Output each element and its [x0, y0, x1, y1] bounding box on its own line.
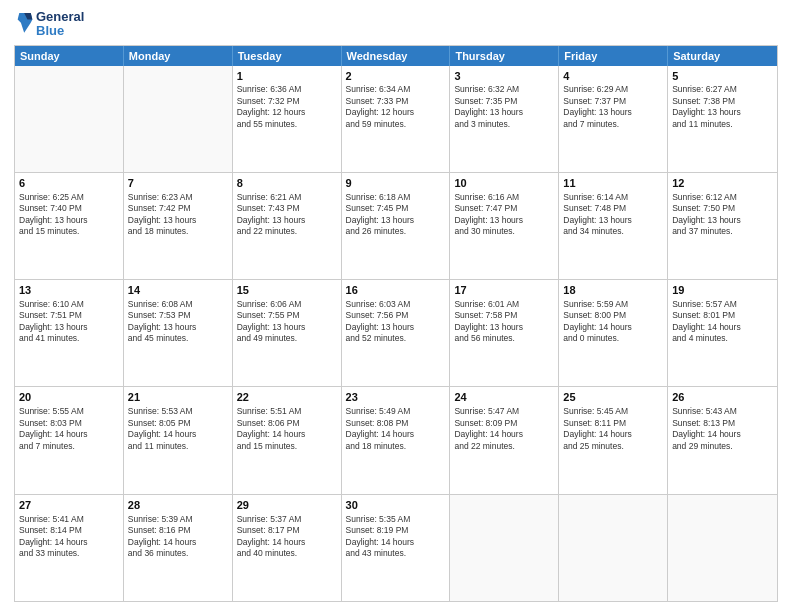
cell-line: and 7 minutes. [19, 441, 119, 452]
cell-line: Sunset: 8:06 PM [237, 418, 337, 429]
calendar-cell: 2Sunrise: 6:34 AMSunset: 7:33 PMDaylight… [342, 66, 451, 172]
calendar-cell: 25Sunrise: 5:45 AMSunset: 8:11 PMDayligh… [559, 387, 668, 493]
cell-line: Daylight: 13 hours [346, 215, 446, 226]
calendar-cell: 30Sunrise: 5:35 AMSunset: 8:19 PMDayligh… [342, 495, 451, 601]
cell-line: and 15 minutes. [237, 441, 337, 452]
calendar-body: 1Sunrise: 6:36 AMSunset: 7:32 PMDaylight… [15, 66, 777, 601]
cell-line: Sunset: 8:13 PM [672, 418, 773, 429]
cell-line: and 22 minutes. [454, 441, 554, 452]
day-number: 29 [237, 498, 337, 513]
cell-line: Daylight: 14 hours [128, 429, 228, 440]
day-number: 14 [128, 283, 228, 298]
calendar-header-cell: Friday [559, 46, 668, 66]
cell-line: Daylight: 13 hours [563, 107, 663, 118]
cell-line: Sunrise: 5:59 AM [563, 299, 663, 310]
calendar-row: 13Sunrise: 6:10 AMSunset: 7:51 PMDayligh… [15, 279, 777, 386]
calendar-header-cell: Sunday [15, 46, 124, 66]
cell-line: Daylight: 13 hours [346, 322, 446, 333]
cell-line: and 52 minutes. [346, 333, 446, 344]
cell-line: Daylight: 12 hours [346, 107, 446, 118]
cell-line: Sunrise: 5:47 AM [454, 406, 554, 417]
calendar-cell: 27Sunrise: 5:41 AMSunset: 8:14 PMDayligh… [15, 495, 124, 601]
cell-line: Daylight: 13 hours [19, 322, 119, 333]
cell-line: and 3 minutes. [454, 119, 554, 130]
day-number: 23 [346, 390, 446, 405]
day-number: 17 [454, 283, 554, 298]
calendar-cell [559, 495, 668, 601]
cell-line: Sunset: 8:17 PM [237, 525, 337, 536]
calendar-header-cell: Monday [124, 46, 233, 66]
cell-line: Sunrise: 6:36 AM [237, 84, 337, 95]
cell-line: Sunrise: 6:27 AM [672, 84, 773, 95]
cell-line: Sunrise: 5:39 AM [128, 514, 228, 525]
day-number: 27 [19, 498, 119, 513]
calendar-cell: 19Sunrise: 5:57 AMSunset: 8:01 PMDayligh… [668, 280, 777, 386]
cell-line: Daylight: 14 hours [672, 322, 773, 333]
logo: General Blue [14, 10, 84, 39]
cell-line: Daylight: 14 hours [563, 322, 663, 333]
cell-line: Sunset: 7:58 PM [454, 310, 554, 321]
calendar-cell: 15Sunrise: 6:06 AMSunset: 7:55 PMDayligh… [233, 280, 342, 386]
cell-line: Daylight: 14 hours [672, 429, 773, 440]
day-number: 15 [237, 283, 337, 298]
cell-line: and 34 minutes. [563, 226, 663, 237]
calendar-cell: 22Sunrise: 5:51 AMSunset: 8:06 PMDayligh… [233, 387, 342, 493]
cell-line: Sunrise: 6:34 AM [346, 84, 446, 95]
cell-line: and 59 minutes. [346, 119, 446, 130]
cell-line: Sunset: 7:50 PM [672, 203, 773, 214]
day-number: 4 [563, 69, 663, 84]
cell-line: Sunrise: 6:29 AM [563, 84, 663, 95]
cell-line: Sunrise: 6:23 AM [128, 192, 228, 203]
cell-line: and 49 minutes. [237, 333, 337, 344]
day-number: 26 [672, 390, 773, 405]
day-number: 28 [128, 498, 228, 513]
calendar-header-cell: Saturday [668, 46, 777, 66]
cell-line: Sunrise: 6:01 AM [454, 299, 554, 310]
cell-line: and 15 minutes. [19, 226, 119, 237]
cell-line: Sunrise: 5:55 AM [19, 406, 119, 417]
cell-line: Daylight: 13 hours [128, 322, 228, 333]
cell-line: Daylight: 14 hours [346, 537, 446, 548]
calendar-cell: 1Sunrise: 6:36 AMSunset: 7:32 PMDaylight… [233, 66, 342, 172]
cell-line: Sunset: 8:16 PM [128, 525, 228, 536]
cell-line: Sunset: 8:05 PM [128, 418, 228, 429]
day-number: 13 [19, 283, 119, 298]
cell-line: Daylight: 14 hours [237, 537, 337, 548]
cell-line: Daylight: 12 hours [237, 107, 337, 118]
day-number: 21 [128, 390, 228, 405]
calendar-cell: 24Sunrise: 5:47 AMSunset: 8:09 PMDayligh… [450, 387, 559, 493]
calendar-cell [668, 495, 777, 601]
day-number: 22 [237, 390, 337, 405]
cell-line: Sunset: 7:43 PM [237, 203, 337, 214]
day-number: 3 [454, 69, 554, 84]
day-number: 16 [346, 283, 446, 298]
calendar-cell: 8Sunrise: 6:21 AMSunset: 7:43 PMDaylight… [233, 173, 342, 279]
calendar-cell: 20Sunrise: 5:55 AMSunset: 8:03 PMDayligh… [15, 387, 124, 493]
cell-line: Sunrise: 6:10 AM [19, 299, 119, 310]
cell-line: and 11 minutes. [672, 119, 773, 130]
cell-line: Daylight: 14 hours [346, 429, 446, 440]
cell-line: and 29 minutes. [672, 441, 773, 452]
cell-line: Sunrise: 6:12 AM [672, 192, 773, 203]
calendar-cell: 12Sunrise: 6:12 AMSunset: 7:50 PMDayligh… [668, 173, 777, 279]
cell-line: and 18 minutes. [346, 441, 446, 452]
cell-line: Daylight: 14 hours [454, 429, 554, 440]
cell-line: Sunset: 8:14 PM [19, 525, 119, 536]
cell-line: Sunset: 8:01 PM [672, 310, 773, 321]
cell-line: and 36 minutes. [128, 548, 228, 559]
cell-line: Sunrise: 5:53 AM [128, 406, 228, 417]
cell-line: Sunset: 8:03 PM [19, 418, 119, 429]
cell-line: Sunset: 7:47 PM [454, 203, 554, 214]
cell-line: Daylight: 13 hours [237, 215, 337, 226]
calendar-cell: 11Sunrise: 6:14 AMSunset: 7:48 PMDayligh… [559, 173, 668, 279]
calendar-cell: 21Sunrise: 5:53 AMSunset: 8:05 PMDayligh… [124, 387, 233, 493]
calendar-cell: 6Sunrise: 6:25 AMSunset: 7:40 PMDaylight… [15, 173, 124, 279]
cell-line: Sunrise: 5:45 AM [563, 406, 663, 417]
cell-line: Daylight: 14 hours [563, 429, 663, 440]
day-number: 19 [672, 283, 773, 298]
calendar: SundayMondayTuesdayWednesdayThursdayFrid… [14, 45, 778, 602]
cell-line: Sunrise: 6:18 AM [346, 192, 446, 203]
cell-line: Sunset: 7:35 PM [454, 96, 554, 107]
calendar-header-cell: Thursday [450, 46, 559, 66]
calendar-cell: 23Sunrise: 5:49 AMSunset: 8:08 PMDayligh… [342, 387, 451, 493]
